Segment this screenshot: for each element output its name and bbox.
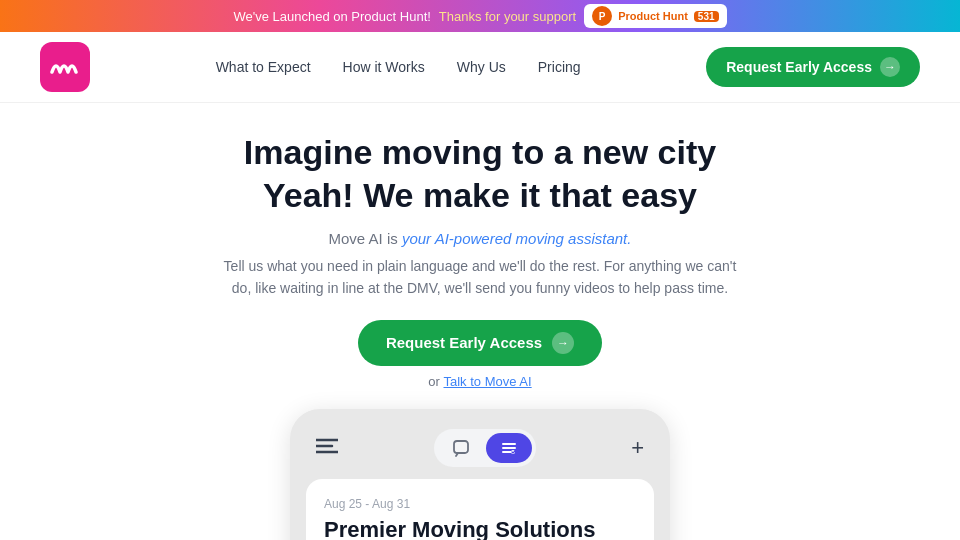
banner-text: We've Launched on Product Hunt! [233,9,430,24]
phone-toolbar: + [306,425,654,479]
hero-subtitle: Move AI is your AI-powered moving assist… [40,230,920,247]
hero-cta-arrow-icon: → [552,332,574,354]
logo-icon [50,52,80,82]
card-date: Aug 25 - Aug 31 [324,497,636,511]
hero-headline-line2: Yeah! We make it that easy [263,176,697,214]
talk-prefix: or [428,374,443,389]
nav-links: What to Expect How it Works Why Us Prici… [216,58,581,76]
tab-list[interactable] [486,433,532,463]
phone-content-card: Aug 25 - Aug 31 Premier Moving Solutions… [306,479,654,540]
hero-subtitle-highlight[interactable]: your AI-powered moving assistant. [402,230,632,247]
hero-subtitle-prefix: Move AI is [329,230,402,247]
talk-link-row: or Talk to Move AI [428,374,531,389]
hero-description: Tell us what you need in plain language … [220,255,740,300]
talk-to-move-ai-link[interactable]: Talk to Move AI [444,374,532,389]
ph-count: 531 [694,11,719,22]
tab-chat[interactable] [438,433,484,463]
add-icon[interactable]: + [631,437,644,459]
product-hunt-badge[interactable]: P Product Hunt 531 [584,4,726,28]
hero-headline: Imagine moving to a new city Yeah! We ma… [40,131,920,216]
toolbar-tabs [434,429,536,467]
phone-mockup: + Aug 25 - Aug 31 Premier Moving Solutio… [290,409,670,540]
nav-cta-label: Request Early Access [726,59,872,75]
hero-cta-button[interactable]: Request Early Access → [358,320,602,366]
card-title: Premier Moving Solutions [324,517,636,540]
menu-icon[interactable] [316,438,338,457]
nav-cta-arrow-icon: → [880,57,900,77]
nav-how-it-works[interactable]: How it Works [343,59,425,75]
logo[interactable] [40,42,90,92]
mockup-wrapper: + Aug 25 - Aug 31 Premier Moving Solutio… [0,409,960,540]
nav-cta-button[interactable]: Request Early Access → [706,47,920,87]
top-banner: We've Launched on Product Hunt! Thanks f… [0,0,960,32]
ph-label: Product Hunt [618,10,688,22]
hero-cta-row: Request Early Access → or Talk to Move A… [40,320,920,389]
hero-cta-label: Request Early Access [386,334,542,351]
hero-section: Imagine moving to a new city Yeah! We ma… [0,103,960,389]
nav-pricing[interactable]: Pricing [538,59,581,75]
svg-rect-3 [454,441,468,453]
ph-logo-icon: P [592,6,612,26]
nav-why-us[interactable]: Why Us [457,59,506,75]
hero-headline-line1: Imagine moving to a new city [244,133,716,171]
nav-what-to-expect[interactable]: What to Expect [216,59,311,75]
banner-support-link[interactable]: Thanks for your support [439,9,576,24]
navbar: What to Expect How it Works Why Us Prici… [0,32,960,103]
